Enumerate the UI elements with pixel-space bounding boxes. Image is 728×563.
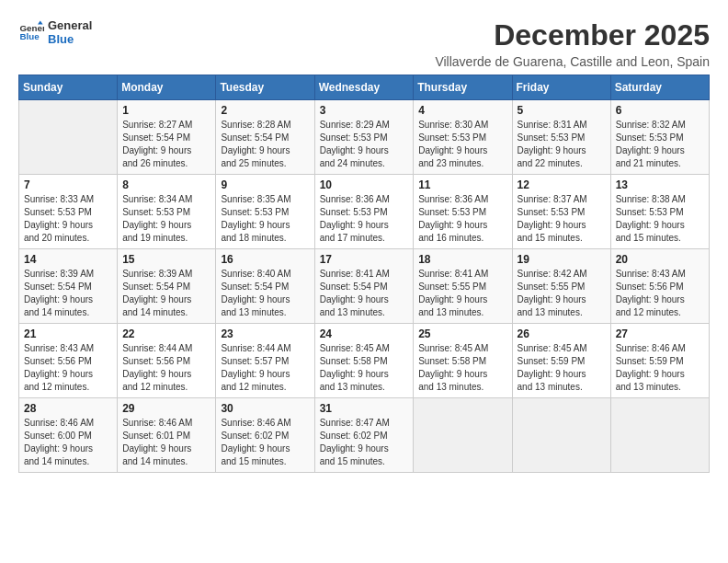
logo-line1: General [48,18,92,32]
calendar-cell: 6Sunrise: 8:32 AM Sunset: 5:53 PM Daylig… [610,100,709,175]
calendar-cell: 9Sunrise: 8:35 AM Sunset: 5:53 PM Daylig… [216,175,314,249]
day-number: 10 [320,178,409,191]
calendar-cell: 20Sunrise: 8:43 AM Sunset: 5:56 PM Dayli… [610,249,709,324]
calendar-cell: 1Sunrise: 8:27 AM Sunset: 5:54 PM Daylig… [118,100,216,175]
day-info: Sunrise: 8:43 AM Sunset: 5:56 PM Dayligh… [616,268,704,319]
calendar-cell: 29Sunrise: 8:46 AM Sunset: 6:01 PM Dayli… [118,398,216,473]
calendar-cell: 3Sunrise: 8:29 AM Sunset: 5:53 PM Daylig… [314,100,414,175]
day-info: Sunrise: 8:45 AM Sunset: 5:58 PM Dayligh… [320,342,409,394]
month-title: December 2025 [435,18,710,52]
calendar-cell: 18Sunrise: 8:41 AM Sunset: 5:55 PM Dayli… [414,249,512,324]
weekday-header: Saturday [610,75,709,100]
day-number: 4 [418,104,506,117]
calendar-cell [512,398,610,473]
day-info: Sunrise: 8:44 AM Sunset: 5:57 PM Dayligh… [221,342,309,394]
calendar-cell: 14Sunrise: 8:39 AM Sunset: 5:54 PM Dayli… [19,249,118,324]
day-info: Sunrise: 8:47 AM Sunset: 6:02 PM Dayligh… [320,417,409,468]
day-number: 11 [418,178,506,191]
calendar-cell [414,398,512,473]
day-info: Sunrise: 8:46 AM Sunset: 6:00 PM Dayligh… [24,417,112,468]
day-number: 6 [616,104,704,117]
day-info: Sunrise: 8:34 AM Sunset: 5:53 PM Dayligh… [122,193,210,245]
calendar-cell: 23Sunrise: 8:44 AM Sunset: 5:57 PM Dayli… [216,324,314,398]
logo: General Blue General Blue [18,18,92,46]
calendar-week-row: 28Sunrise: 8:46 AM Sunset: 6:00 PM Dayli… [19,398,710,473]
calendar-cell: 13Sunrise: 8:38 AM Sunset: 5:53 PM Dayli… [610,175,709,249]
calendar-cell: 24Sunrise: 8:45 AM Sunset: 5:58 PM Dayli… [314,324,414,398]
calendar-cell: 26Sunrise: 8:45 AM Sunset: 5:59 PM Dayli… [512,324,610,398]
day-number: 8 [122,178,210,191]
calendar-cell [19,100,118,175]
weekday-header: Monday [118,75,216,100]
day-number: 23 [221,327,309,340]
weekday-header: Friday [512,75,610,100]
calendar-cell: 7Sunrise: 8:33 AM Sunset: 5:53 PM Daylig… [19,175,118,249]
calendar-cell: 22Sunrise: 8:44 AM Sunset: 5:56 PM Dayli… [118,324,216,398]
day-number: 5 [518,104,606,117]
day-number: 17 [320,253,409,266]
calendar-cell: 10Sunrise: 8:36 AM Sunset: 5:53 PM Dayli… [314,175,414,249]
calendar-cell: 4Sunrise: 8:30 AM Sunset: 5:53 PM Daylig… [414,100,512,175]
svg-text:Blue: Blue [19,31,40,41]
calendar-week-row: 1Sunrise: 8:27 AM Sunset: 5:54 PM Daylig… [19,100,710,175]
day-info: Sunrise: 8:27 AM Sunset: 5:54 PM Dayligh… [122,119,210,170]
day-info: Sunrise: 8:37 AM Sunset: 5:53 PM Dayligh… [518,193,606,245]
weekday-header: Tuesday [216,75,314,100]
day-info: Sunrise: 8:30 AM Sunset: 5:53 PM Dayligh… [418,119,506,170]
day-number: 21 [24,327,112,340]
calendar-cell: 19Sunrise: 8:42 AM Sunset: 5:55 PM Dayli… [512,249,610,324]
day-info: Sunrise: 8:45 AM Sunset: 5:58 PM Dayligh… [418,342,506,394]
day-number: 9 [221,178,309,191]
calendar-cell: 31Sunrise: 8:47 AM Sunset: 6:02 PM Dayli… [314,398,414,473]
calendar-cell: 17Sunrise: 8:41 AM Sunset: 5:54 PM Dayli… [314,249,414,324]
day-info: Sunrise: 8:35 AM Sunset: 5:53 PM Dayligh… [221,193,309,245]
day-number: 26 [518,327,606,340]
day-info: Sunrise: 8:45 AM Sunset: 5:59 PM Dayligh… [518,342,606,394]
calendar-table: SundayMondayTuesdayWednesdayThursdayFrid… [18,75,710,473]
day-info: Sunrise: 8:43 AM Sunset: 5:56 PM Dayligh… [24,342,112,394]
weekday-header: Thursday [414,75,512,100]
day-info: Sunrise: 8:42 AM Sunset: 5:55 PM Dayligh… [518,268,606,319]
day-info: Sunrise: 8:39 AM Sunset: 5:54 PM Dayligh… [24,268,112,319]
day-info: Sunrise: 8:36 AM Sunset: 5:53 PM Dayligh… [320,193,409,245]
day-number: 31 [320,402,409,415]
calendar-cell: 30Sunrise: 8:46 AM Sunset: 6:02 PM Dayli… [216,398,314,473]
calendar-week-row: 14Sunrise: 8:39 AM Sunset: 5:54 PM Dayli… [19,249,710,324]
calendar-cell: 28Sunrise: 8:46 AM Sunset: 6:00 PM Dayli… [19,398,118,473]
day-info: Sunrise: 8:33 AM Sunset: 5:53 PM Dayligh… [24,193,112,245]
day-info: Sunrise: 8:40 AM Sunset: 5:54 PM Dayligh… [221,268,309,319]
calendar-cell: 8Sunrise: 8:34 AM Sunset: 5:53 PM Daylig… [118,175,216,249]
day-number: 18 [418,253,506,266]
logo-line2: Blue [48,32,92,46]
calendar-cell [610,398,709,473]
calendar-cell: 2Sunrise: 8:28 AM Sunset: 5:54 PM Daylig… [216,100,314,175]
calendar-cell: 25Sunrise: 8:45 AM Sunset: 5:58 PM Dayli… [414,324,512,398]
day-number: 1 [122,104,210,117]
calendar-header-row: SundayMondayTuesdayWednesdayThursdayFrid… [19,75,710,100]
day-info: Sunrise: 8:29 AM Sunset: 5:53 PM Dayligh… [320,119,409,170]
calendar-cell: 12Sunrise: 8:37 AM Sunset: 5:53 PM Dayli… [512,175,610,249]
day-number: 30 [221,402,309,415]
day-info: Sunrise: 8:28 AM Sunset: 5:54 PM Dayligh… [221,119,309,170]
calendar-cell: 11Sunrise: 8:36 AM Sunset: 5:53 PM Dayli… [414,175,512,249]
logo-icon: General Blue [18,19,44,45]
day-number: 7 [24,178,112,191]
day-number: 25 [418,327,506,340]
day-info: Sunrise: 8:46 AM Sunset: 6:01 PM Dayligh… [122,417,210,468]
day-number: 29 [122,402,210,415]
day-info: Sunrise: 8:36 AM Sunset: 5:53 PM Dayligh… [418,193,506,245]
day-info: Sunrise: 8:32 AM Sunset: 5:53 PM Dayligh… [616,119,704,170]
day-number: 28 [24,402,112,415]
day-number: 15 [122,253,210,266]
day-info: Sunrise: 8:41 AM Sunset: 5:55 PM Dayligh… [418,268,506,319]
calendar-week-row: 7Sunrise: 8:33 AM Sunset: 5:53 PM Daylig… [19,175,710,249]
calendar-cell: 5Sunrise: 8:31 AM Sunset: 5:53 PM Daylig… [512,100,610,175]
calendar-cell: 27Sunrise: 8:46 AM Sunset: 5:59 PM Dayli… [610,324,709,398]
day-number: 22 [122,327,210,340]
day-number: 20 [616,253,704,266]
day-number: 16 [221,253,309,266]
day-number: 12 [518,178,606,191]
calendar-cell: 21Sunrise: 8:43 AM Sunset: 5:56 PM Dayli… [19,324,118,398]
calendar-cell: 16Sunrise: 8:40 AM Sunset: 5:54 PM Dayli… [216,249,314,324]
day-number: 19 [518,253,606,266]
